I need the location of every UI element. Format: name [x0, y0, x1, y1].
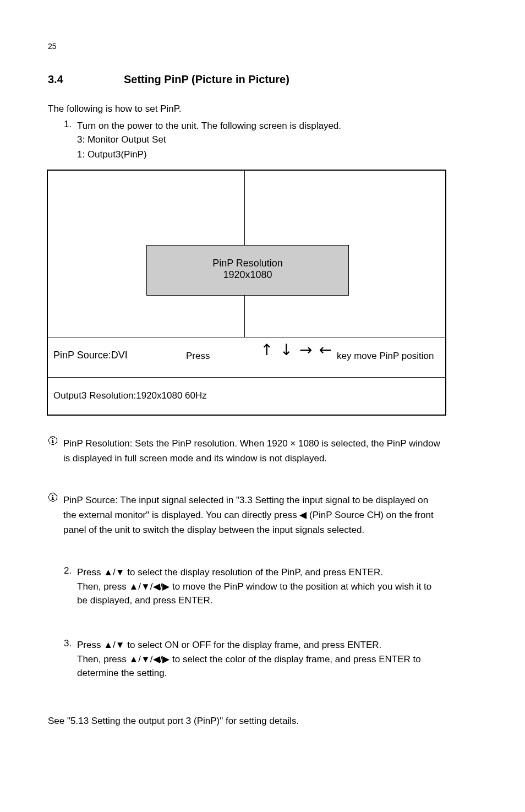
move-label: key move PinP position	[337, 351, 434, 362]
step-3-number: 3.	[64, 638, 72, 649]
pinp-source-label: PinP Source:DVI	[53, 350, 128, 361]
note-icon: 🛈	[48, 493, 58, 503]
pinp-resolution-title: PinP Resolution	[147, 246, 348, 269]
step-2-number: 2.	[64, 565, 72, 576]
note-1-text: PinP Resolution: Sets the PinP resolutio…	[63, 436, 477, 466]
bottom-status-row: Output3 Resolution:1920x1080 60Hz	[48, 377, 445, 415]
arrow-keys-icon: ↑↓→←	[260, 341, 338, 359]
note-icon: 🛈	[48, 436, 58, 446]
step-1-number: 1.	[64, 119, 72, 130]
status-row: PinP Source:DVI Press ↑↓→← key move PinP…	[48, 337, 445, 378]
note-2-text: PinP Source: The input signal selected i…	[63, 493, 477, 538]
section-number: 3.4	[48, 73, 63, 86]
step-3-text: Press ▲/▼ to select ON or OFF for the di…	[77, 638, 421, 680]
key-label-1: 3: Monitor Output Set	[77, 134, 166, 145]
pinp-resolution-value: 1920x1080	[147, 269, 348, 281]
section-title: Setting PinP (Picture in Picture)	[124, 73, 289, 86]
page-number: 25	[48, 42, 57, 51]
output3-resolution-label: Output3 Resolution:1920x1080 60Hz	[53, 390, 207, 401]
screen-diagram: PinP Resolution 1920x1080 PinP Source:DV…	[47, 170, 446, 416]
key-label-2: 1: Output3(PinP)	[77, 149, 147, 160]
press-label: Press	[186, 351, 210, 362]
step-1-text: Turn on the power to the unit. The follo…	[77, 119, 341, 133]
reference-text: See "5.13 Setting the output port 3 (Pin…	[48, 714, 477, 728]
intro-text: The following is how to set PinP.	[48, 103, 182, 115]
pinp-resolution-box: PinP Resolution 1920x1080	[146, 245, 349, 296]
step-2-text: Press ▲/▼ to select the display resoluti…	[77, 565, 431, 608]
